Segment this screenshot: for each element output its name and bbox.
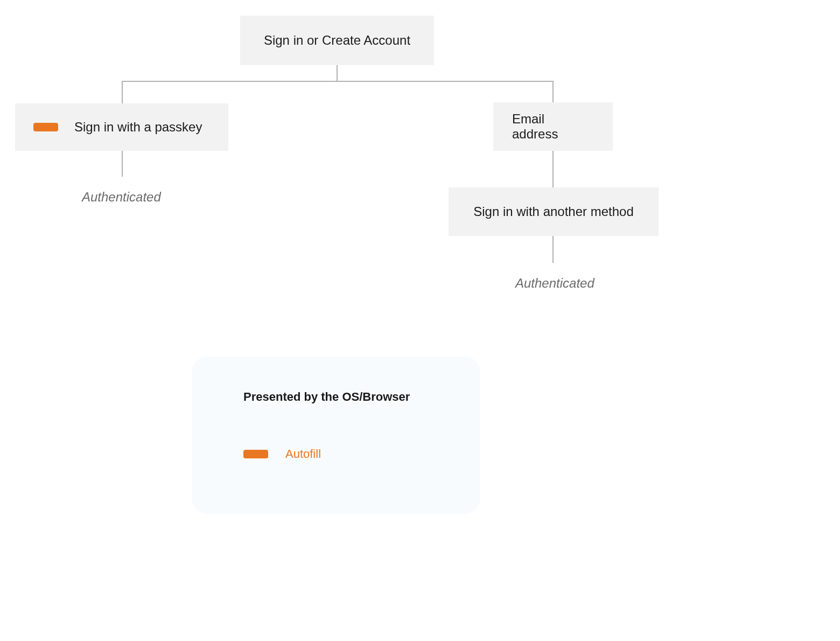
legend-item-label: Autofill	[285, 447, 321, 461]
connector-line	[337, 65, 338, 81]
connector-line	[552, 236, 554, 263]
node-signin-or-create: Sign in or Create Account	[240, 16, 434, 65]
legend-title: Presented by the OS/Browser	[243, 390, 429, 404]
node-email-address: Email address	[493, 102, 613, 151]
autofill-badge-icon	[243, 450, 268, 458]
connector-line	[122, 81, 552, 82]
authenticated-label-right: Authenticated	[515, 276, 594, 291]
legend-item-autofill: Autofill	[243, 447, 429, 461]
connector-line	[122, 151, 123, 177]
node-label: Email address	[512, 112, 594, 142]
node-label: Sign in with a passkey	[74, 120, 202, 135]
connector-line	[552, 81, 554, 102]
connector-line	[122, 81, 123, 103]
autofill-badge-icon	[33, 123, 58, 131]
connector-line	[552, 151, 554, 187]
node-signin-another-method: Sign in with another method	[449, 187, 659, 236]
auth-flow-diagram: Sign in or Create Account Sign in with a…	[0, 0, 840, 641]
node-label: Sign in or Create Account	[264, 33, 410, 48]
node-label: Sign in with another method	[473, 204, 634, 219]
legend-panel: Presented by the OS/Browser Autofill	[192, 357, 480, 514]
node-signin-passkey: Sign in with a passkey	[15, 103, 228, 151]
authenticated-label-left: Authenticated	[82, 190, 161, 205]
